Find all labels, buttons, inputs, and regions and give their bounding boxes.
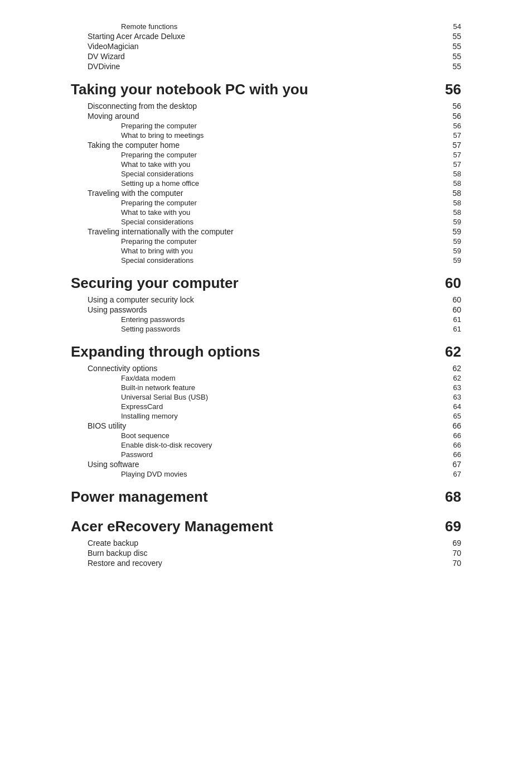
toc-page-number: 58 — [444, 199, 461, 207]
toc-title: Fax/data modem — [71, 374, 444, 382]
toc-page-number: 70 — [444, 549, 461, 558]
toc-page-number: 54 — [444, 22, 461, 31]
toc-page-number: 66 — [444, 450, 461, 459]
toc-row: Using a computer security lock60 — [71, 295, 461, 304]
toc-page-number: 59 — [444, 256, 461, 265]
toc-page-number: 60 — [444, 305, 461, 314]
toc-page-number: 61 — [444, 325, 461, 333]
toc-title: Using software — [71, 460, 444, 469]
toc-page-number: 66 — [444, 421, 461, 430]
toc-page-number: 60 — [444, 275, 461, 292]
toc-title: BIOS utility — [71, 421, 444, 430]
toc-row: Installing memory65 — [71, 412, 461, 420]
toc-title: Starting Acer Arcade Deluxe — [71, 32, 444, 41]
toc-title: Moving around — [71, 112, 444, 121]
toc-page-number: 59 — [444, 227, 461, 236]
toc-row: Preparing the computer57 — [71, 151, 461, 159]
toc-row: What to take with you58 — [71, 208, 461, 217]
toc-row: Traveling with the computer58 — [71, 189, 461, 198]
toc-row: Setting passwords61 — [71, 325, 461, 333]
toc-title: Universal Serial Bus (USB) — [71, 393, 444, 401]
toc-title: Burn backup disc — [71, 549, 444, 558]
toc-title: Preparing the computer — [71, 237, 444, 246]
toc-row: Boot sequence66 — [71, 431, 461, 440]
toc-row: Burn backup disc70 — [71, 549, 461, 558]
toc-row: What to bring with you59 — [71, 247, 461, 255]
toc-page-number: 59 — [444, 237, 461, 246]
toc-row: Taking the computer home57 — [71, 141, 461, 150]
toc-row: Acer eRecovery Management69 — [71, 509, 461, 537]
toc-title: Preparing the computer — [71, 199, 444, 207]
toc-title: Create backup — [71, 539, 444, 547]
toc-title: Special considerations — [71, 256, 444, 265]
toc-page-number: 57 — [444, 151, 461, 159]
toc-page-number: 57 — [444, 160, 461, 169]
toc-row: Create backup69 — [71, 539, 461, 547]
toc-row: Starting Acer Arcade Deluxe55 — [71, 32, 461, 41]
toc-row: Enable disk-to-disk recovery66 — [71, 441, 461, 449]
toc-page-number: 56 — [444, 122, 461, 130]
toc-page-number: 65 — [444, 412, 461, 420]
toc-page-number: 58 — [444, 189, 461, 198]
toc-page-number: 60 — [444, 295, 461, 304]
toc-row: ExpressCard64 — [71, 402, 461, 411]
toc-title: Entering passwords — [71, 315, 444, 324]
toc-row: Expanding through options62 — [71, 334, 461, 363]
toc-row: Connectivity options62 — [71, 364, 461, 373]
toc-row: Moving around56 — [71, 112, 461, 121]
toc-title: Preparing the computer — [71, 122, 444, 130]
toc-title: Special considerations — [71, 218, 444, 226]
toc-row: Remote functions54 — [71, 22, 461, 31]
toc-title: Securing your computer — [71, 275, 444, 292]
toc-row: DV Wizard55 — [71, 52, 461, 61]
toc-row: Using software67 — [71, 460, 461, 469]
toc-row: Special considerations59 — [71, 256, 461, 265]
toc-row: Universal Serial Bus (USB)63 — [71, 393, 461, 401]
toc-title: Boot sequence — [71, 431, 444, 440]
toc-container: Remote functions54Starting Acer Arcade D… — [71, 22, 461, 568]
toc-row: Playing DVD movies67 — [71, 470, 461, 478]
toc-title: Password — [71, 450, 444, 459]
toc-title: Enable disk-to-disk recovery — [71, 441, 444, 449]
toc-row: Entering passwords61 — [71, 315, 461, 324]
toc-title: Setting passwords — [71, 325, 444, 333]
toc-row: Restore and recovery70 — [71, 559, 461, 568]
toc-row: BIOS utility66 — [71, 421, 461, 430]
toc-title: Power management — [71, 488, 444, 506]
toc-page-number: 69 — [444, 518, 461, 535]
toc-page-number: 61 — [444, 315, 461, 324]
toc-title: What to bring to meetings — [71, 131, 444, 140]
toc-row: VideoMagician55 — [71, 42, 461, 51]
toc-page-number: 67 — [444, 460, 461, 469]
toc-page-number: 62 — [444, 364, 461, 373]
toc-page-number: 70 — [444, 559, 461, 568]
toc-row: Special considerations59 — [71, 218, 461, 226]
toc-page-number: 58 — [444, 179, 461, 188]
toc-row: Taking your notebook PC with you56 — [71, 72, 461, 100]
toc-title: Connectivity options — [71, 364, 444, 373]
toc-title: VideoMagician — [71, 42, 444, 51]
toc-page-number: 67 — [444, 470, 461, 478]
toc-title: Remote functions — [71, 22, 444, 31]
toc-row: DVDivine55 — [71, 62, 461, 71]
toc-row: Setting up a home office58 — [71, 179, 461, 188]
toc-page-number: 56 — [444, 102, 461, 110]
toc-title: Taking your notebook PC with you — [71, 81, 444, 98]
toc-page-number: 57 — [444, 141, 461, 150]
toc-row: Preparing the computer58 — [71, 199, 461, 207]
toc-title: Installing memory — [71, 412, 444, 420]
toc-page-number: 66 — [444, 431, 461, 440]
toc-title: DV Wizard — [71, 52, 444, 61]
toc-title: Acer eRecovery Management — [71, 518, 444, 535]
toc-page-number: 62 — [444, 374, 461, 382]
toc-row: Fax/data modem62 — [71, 374, 461, 382]
toc-page-number: 58 — [444, 170, 461, 178]
toc-title: Using passwords — [71, 305, 444, 314]
toc-page-number: 62 — [444, 343, 461, 361]
toc-page-number: 66 — [444, 441, 461, 449]
toc-title: Setting up a home office — [71, 179, 444, 188]
toc-row: Built-in network feature63 — [71, 383, 461, 392]
toc-title: What to bring with you — [71, 247, 444, 255]
toc-title: ExpressCard — [71, 402, 444, 411]
toc-title: What to take with you — [71, 160, 444, 169]
